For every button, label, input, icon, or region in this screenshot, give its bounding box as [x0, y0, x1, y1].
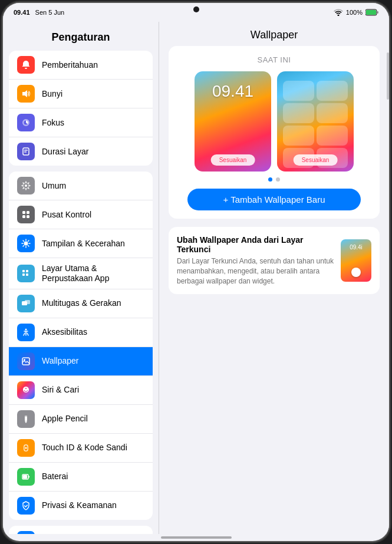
svg-marker-23 [25, 421, 27, 423]
svg-rect-16 [26, 273, 28, 276]
svg-point-12 [24, 242, 28, 246]
siri-label: Siri & Cari [42, 385, 79, 395]
apple-pencil-label: Apple Pencil [42, 414, 88, 424]
bunyi-label: Bunyi [42, 89, 62, 99]
time-label: 09.41 [14, 9, 30, 16]
sidebar-item-fokus[interactable]: Fokus [9, 108, 153, 137]
pemberitahuan-icon [17, 56, 35, 74]
siri-icon [17, 381, 35, 399]
svg-rect-14 [26, 270, 28, 272]
umum-label: Umum [42, 181, 66, 191]
sidebar-item-layar-utama[interactable]: Layar Utama & Perpustakaan App [9, 258, 153, 289]
saat-ini-label: SAAT INI [178, 55, 370, 64]
sidebar-item-bunyi[interactable]: Bunyi [9, 80, 153, 108]
sidebar-group-1: Pemberitahuan Bunyi [9, 51, 153, 166]
svg-rect-5 [24, 150, 28, 151]
svg-rect-10 [22, 215, 25, 218]
layar-utama-icon [17, 265, 35, 282]
preview-time-1: 09.41 [195, 82, 271, 101]
status-bar: 09.41 Sen 5 Jun 100% [3, 3, 389, 22]
add-wallpaper-button[interactable]: + Tambah Wallpaper Baru [187, 189, 360, 210]
touch-id-label: Touch ID & Kode Sandi [42, 443, 127, 453]
status-time: 09.41 Sen 5 Jun [14, 9, 64, 16]
svg-rect-11 [27, 215, 29, 218]
pusat-kontrol-icon [17, 206, 35, 223]
info-thumb: 09.4i [341, 239, 371, 282]
svg-rect-18 [25, 300, 30, 304]
info-text: Ubah Wallpaper Anda dari Layar Terkunci … [177, 235, 334, 286]
svg-rect-24 [25, 416, 27, 417]
svg-point-7 [25, 184, 27, 187]
apple-pencil-icon [17, 410, 35, 428]
widget-6 [317, 126, 348, 146]
app-store-icon [17, 531, 35, 534]
dot-2 [276, 177, 280, 182]
svg-point-21 [24, 359, 25, 361]
bunyi-icon [17, 85, 35, 103]
detail-title: Wallpaper [159, 22, 389, 46]
info-card-title: Ubah Wallpaper Anda dari Layar Terkunci [177, 235, 334, 254]
battery-icon [365, 9, 378, 16]
dot-1 [268, 177, 272, 182]
sidebar-item-apple-pencil[interactable]: Apple Pencil [9, 405, 153, 434]
wallpaper-preview-2: Sesuaikan [277, 71, 354, 172]
svg-rect-13 [22, 270, 25, 272]
svg-rect-2 [377, 11, 378, 14]
umum-icon [17, 177, 35, 194]
layar-utama-label: Layar Utama & Perpustakaan App [42, 263, 109, 283]
sidebar-group-3: App Store Dompet & Apple Pay [9, 526, 153, 534]
wallpaper-previews: 09.41 Sesuaikan [178, 71, 370, 172]
preview-btn-1[interactable]: Sesuaikan [211, 154, 255, 166]
widget-1 [283, 81, 314, 101]
detail-panel: Wallpaper SAAT INI 09.41 Sesuaikan [159, 22, 389, 534]
svg-rect-6 [24, 151, 27, 153]
widget-5 [283, 126, 314, 146]
fokus-icon [17, 114, 35, 131]
sidebar-item-pemberitahuan[interactable]: Pemberitahuan [9, 51, 153, 80]
sidebar-item-siri[interactable]: Siri & Cari [9, 376, 153, 405]
sidebar-item-app-store[interactable]: App Store [9, 526, 153, 534]
info-thumb-knob [351, 268, 361, 277]
aksesibilitas-label: Aksesibilitas [42, 327, 87, 337]
sidebar-item-tampilan[interactable]: Tampilan & Kecerahan [9, 229, 153, 258]
tampilan-icon [17, 235, 35, 252]
date-label: Sen 5 Jun [35, 9, 65, 16]
touch-id-icon [17, 439, 35, 457]
svg-point-19 [25, 328, 27, 330]
svg-point-25 [25, 447, 27, 449]
durasi-label: Durasi Layar [42, 147, 88, 157]
sidebar-title: Pengaturan [3, 27, 159, 51]
sidebar-item-umum[interactable]: Umum [9, 172, 153, 200]
svg-rect-9 [27, 211, 29, 214]
preview-btn-2[interactable]: Sesuaikan [294, 154, 338, 166]
svg-rect-28 [29, 476, 30, 477]
sidebar-item-privasi[interactable]: Privasi & Keamanan [9, 492, 153, 520]
sidebar-item-multitugas[interactable]: Multitugas & Gerakan [9, 289, 153, 318]
status-right: 100% [334, 9, 378, 16]
pusat-kontrol-label: Pusat Kontrol [42, 210, 91, 220]
info-thumb-time: 09.4i [341, 244, 371, 250]
info-card: Ubah Wallpaper Anda dari Layar Terkunci … [169, 227, 380, 294]
privasi-label: Privasi & Keamanan [42, 500, 117, 510]
wallpaper-icon [17, 352, 35, 370]
camera-dot [193, 6, 199, 12]
sidebar-item-touch-id[interactable]: Touch ID & Kode Sandi [9, 434, 153, 463]
wallpaper-label: Wallpaper [42, 356, 79, 366]
sidebar-item-durasi-layar[interactable]: Durasi Layar [9, 137, 153, 166]
sidebar[interactable]: Pengaturan Pemberitahuan [3, 22, 159, 534]
aksesibilitas-icon [17, 324, 35, 341]
multitugas-label: Multitugas & Gerakan [42, 298, 121, 308]
sidebar-item-wallpaper[interactable]: Wallpaper [9, 347, 153, 376]
sidebar-item-pusat-kontrol[interactable]: Pusat Kontrol [9, 200, 153, 229]
scrollbar-thumb [387, 52, 389, 100]
wifi-icon [334, 9, 343, 16]
pemberitahuan-label: Pemberitahuan [42, 60, 98, 70]
home-indicator [161, 536, 232, 539]
sidebar-item-baterai[interactable]: Baterai [9, 463, 153, 492]
privasi-icon [17, 497, 35, 515]
svg-rect-8 [22, 211, 25, 214]
ipad-frame: 09.41 Sen 5 Jun 100% Pengaturan [3, 3, 389, 541]
widget-4 [317, 103, 348, 123]
carousel-dots [178, 177, 370, 182]
sidebar-item-aksesibilitas[interactable]: Aksesibilitas [9, 318, 153, 347]
